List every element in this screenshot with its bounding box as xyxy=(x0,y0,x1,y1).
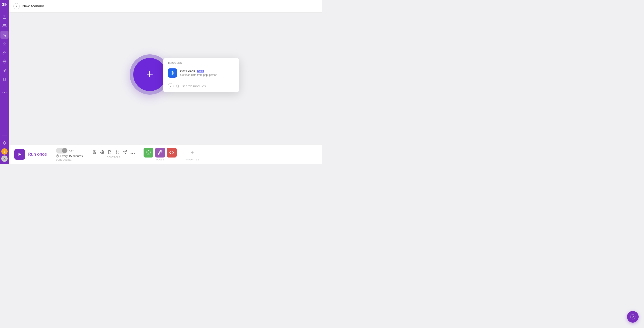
add-favorite-button[interactable]: + xyxy=(188,148,197,158)
tool-settings-button[interactable] xyxy=(144,148,154,158)
controls-label: CONTROLS xyxy=(107,156,120,159)
controls-group: CONTROLS xyxy=(92,150,134,159)
header: New scenario xyxy=(9,0,322,13)
plus-icon: + xyxy=(146,68,153,80)
popup-item-title: Get Leads ACID xyxy=(180,69,235,73)
module-picker-popup: TRIGGERS Get Leads ACID Get lead data fr… xyxy=(163,58,239,92)
toggle-row: OFF xyxy=(56,148,74,153)
svg-line-30 xyxy=(117,151,118,152)
svg-point-0 xyxy=(3,24,5,26)
svg-rect-6 xyxy=(3,42,4,43)
avatar[interactable] xyxy=(1,156,8,162)
svg-rect-9 xyxy=(5,44,6,45)
sidebar-divider-2 xyxy=(2,136,7,136)
svg-rect-8 xyxy=(3,44,4,45)
svg-point-25 xyxy=(102,151,103,153)
more-icon[interactable] xyxy=(130,150,134,155)
svg-point-17 xyxy=(4,157,5,159)
sidebar-item-scenarios[interactable] xyxy=(0,31,8,39)
favorites-group: + FAVORITES xyxy=(186,148,199,161)
tools-label: TOOLS xyxy=(156,158,164,161)
search-modules-placeholder: Search modules xyxy=(182,84,206,88)
bottom-bar: Run once OFF Every 15 minutes. SCHEDULIN… xyxy=(9,144,322,164)
schedule-toggle[interactable] xyxy=(56,148,68,153)
svg-point-1 xyxy=(5,33,6,34)
schedule-interval: Every 15 minutes. xyxy=(60,154,84,158)
sidebar-item-home[interactable] xyxy=(0,13,8,21)
popup-back-button[interactable] xyxy=(168,83,174,89)
acid-badge: ACID xyxy=(197,70,204,73)
svg-point-20 xyxy=(172,72,173,73)
popup-item-desc: Get lead data from popupsmart xyxy=(180,73,235,77)
svg-line-4 xyxy=(4,35,5,36)
popup-section-label: TRIGGERS xyxy=(163,58,239,66)
back-button[interactable] xyxy=(14,3,20,10)
tool-bracket-button[interactable] xyxy=(167,148,177,158)
sidebar-item-users[interactable] xyxy=(0,22,8,30)
sidebar-item-connections[interactable] xyxy=(0,49,8,57)
svg-point-33 xyxy=(130,153,132,154)
scheduling-label: SCHEDULING xyxy=(56,159,72,161)
favorites-label: FAVORITES xyxy=(186,158,199,161)
svg-line-22 xyxy=(178,87,179,88)
sidebar-item-more[interactable] xyxy=(0,88,8,96)
svg-point-21 xyxy=(176,85,179,87)
svg-point-14 xyxy=(2,92,3,93)
controls-icons xyxy=(92,150,134,155)
toggle-knob xyxy=(62,148,67,153)
sidebar-bottom: ? xyxy=(0,134,8,162)
svg-line-29 xyxy=(118,152,119,153)
svg-marker-23 xyxy=(18,153,21,156)
popup-item-info: Get Leads ACID Get lead data from popups… xyxy=(180,69,235,77)
svg-rect-12 xyxy=(4,78,5,81)
sidebar-item-globe[interactable] xyxy=(0,58,8,66)
app-logo xyxy=(1,2,8,8)
tools-group: TOOLS xyxy=(144,148,177,161)
sidebar-item-keys[interactable] xyxy=(0,67,8,75)
svg-point-34 xyxy=(132,153,133,154)
svg-line-5 xyxy=(4,34,5,35)
main-content: New scenario + TRIGGERS xyxy=(9,0,322,164)
sidebar-item-devices[interactable] xyxy=(0,75,8,84)
bell-icon[interactable] xyxy=(0,139,8,147)
svg-point-15 xyxy=(4,92,5,93)
sidebar-item-modules[interactable] xyxy=(0,40,8,48)
send-icon[interactable] xyxy=(123,150,127,155)
get-leads-item[interactable]: Get Leads ACID Get lead data from popups… xyxy=(163,66,239,80)
search-modules-row[interactable]: Search modules xyxy=(163,80,239,92)
svg-point-35 xyxy=(134,153,134,154)
notes-icon[interactable] xyxy=(108,150,112,155)
add-module-inner: + xyxy=(133,58,166,91)
page-title: New scenario xyxy=(22,4,44,8)
scheduling-group: OFF Every 15 minutes. SCHEDULING xyxy=(56,148,84,161)
tools-icons xyxy=(144,148,177,158)
popup-item-name: Get Leads xyxy=(180,69,196,73)
toggle-off-label: OFF xyxy=(69,149,74,152)
run-once-play-button[interactable] xyxy=(14,149,25,160)
tool-wrench-button[interactable] xyxy=(155,148,165,158)
settings-icon[interactable] xyxy=(100,150,104,155)
search-icon xyxy=(176,84,179,88)
svg-point-3 xyxy=(5,35,6,37)
clock-icon xyxy=(56,154,59,158)
scissors-icon[interactable] xyxy=(116,150,120,155)
svg-point-26 xyxy=(116,151,117,152)
save-icon[interactable] xyxy=(92,150,96,155)
help-icon[interactable]: ? xyxy=(1,148,8,155)
svg-point-16 xyxy=(6,92,6,93)
svg-rect-7 xyxy=(5,42,6,43)
run-once-label[interactable]: Run once xyxy=(28,152,47,157)
sidebar: ? xyxy=(0,0,9,164)
svg-point-2 xyxy=(3,34,4,35)
schedule-text[interactable]: Every 15 minutes. xyxy=(56,154,84,158)
app-icon xyxy=(168,68,177,78)
svg-point-36 xyxy=(148,152,149,153)
svg-point-27 xyxy=(116,153,117,154)
canvas-area[interactable]: + TRIGGERS Get Leads ACID xyxy=(9,13,322,144)
